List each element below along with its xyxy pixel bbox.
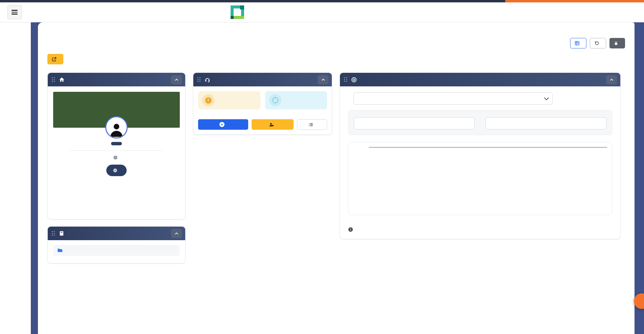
brand-group (218, 5, 247, 19)
chart-footnote (348, 227, 612, 232)
manual-folder[interactable] (53, 245, 180, 256)
external-link-icon (52, 57, 57, 62)
competency-goal-widget (340, 72, 621, 239)
drag-handle-icon[interactable] (52, 77, 55, 82)
welcome-widget: ⚙ (47, 72, 186, 220)
chevron-up-icon (174, 78, 179, 82)
chart-groups (369, 147, 607, 148)
chevron-up-icon (609, 78, 614, 82)
role-badge (111, 142, 122, 145)
courses-input[interactable] (486, 117, 606, 129)
folder-icon (57, 248, 63, 253)
avatar (105, 116, 128, 139)
reset-layout-button[interactable] (590, 38, 606, 48)
headset-icon (205, 77, 210, 83)
unlock-button[interactable] (609, 38, 625, 48)
program-select[interactable] (353, 92, 553, 105)
divider (69, 150, 164, 151)
competency-chart (348, 142, 612, 215)
sidebar (0, 22, 31, 334)
welcome-widget-header (48, 73, 185, 86)
grid-icon (575, 41, 580, 46)
person-silhouette-icon (109, 121, 124, 138)
gear-icon: ⚙ (113, 168, 117, 173)
drag-handle-icon[interactable] (52, 231, 55, 236)
hamburger-menu-button[interactable] (7, 5, 22, 19)
collapse-button[interactable] (171, 75, 182, 84)
book-icon (59, 231, 64, 236)
target-icon (351, 77, 357, 83)
aacsb-logo (231, 5, 247, 19)
top-progress-strip (0, 0, 644, 2)
view-all-button[interactable] (297, 119, 327, 130)
report-on-behalf-button[interactable] (252, 119, 294, 130)
in-progress-stat-card (265, 91, 327, 109)
filter-panel (348, 110, 612, 135)
aacsb-mark-icon (231, 5, 244, 19)
chevron-up-icon (174, 231, 179, 236)
competency-goal-widget-header (340, 73, 620, 86)
drag-handle-icon[interactable] (197, 77, 200, 82)
help-center-widget-header (193, 73, 332, 86)
plus-circle-icon: + (219, 122, 224, 127)
collapse-button[interactable] (606, 75, 617, 84)
collapse-button[interactable] (171, 229, 182, 238)
list-icon (308, 122, 313, 127)
pending-stat-card: ! (198, 91, 260, 109)
hamburger-icon (12, 9, 18, 16)
report-issue-button[interactable]: + (198, 119, 248, 130)
chart-y-axis (353, 147, 369, 211)
lock-icon (614, 41, 618, 46)
chevron-up-icon (321, 78, 325, 82)
clock-icon (113, 155, 118, 160)
info-icon (348, 227, 353, 232)
drag-handle-icon[interactable] (344, 77, 347, 82)
app-header (0, 2, 644, 22)
manage-widgets-button[interactable] (570, 38, 586, 48)
warning-icon: ! (205, 97, 212, 104)
aol-legacy-system-button[interactable] (47, 54, 63, 64)
undo-icon (594, 41, 599, 46)
main-content: ⚙ (38, 22, 635, 334)
help-center-widget: ! (193, 72, 332, 135)
manual-widget-header (48, 227, 185, 240)
spinner-icon (272, 97, 278, 103)
collapse-button[interactable] (318, 75, 328, 84)
profile-settings-button[interactable]: ⚙ (106, 165, 127, 176)
person-plus-icon (269, 122, 274, 127)
top-progress-strip-segment (505, 0, 644, 2)
manual-widget (47, 226, 186, 264)
program-select-wrap (353, 92, 553, 105)
academic-year-input[interactable] (354, 117, 475, 129)
home-icon (59, 77, 65, 83)
